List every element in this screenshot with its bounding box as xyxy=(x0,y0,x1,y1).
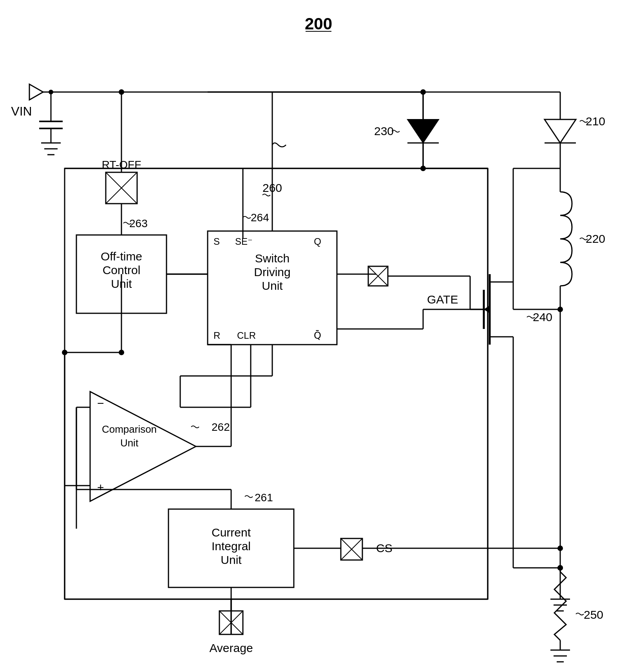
pin-qbar-label: Q̄ xyxy=(314,330,321,341)
pin-se-label: SE⁻ xyxy=(235,236,253,247)
pin-q-label: Q xyxy=(314,236,321,247)
minus-label: − xyxy=(97,397,104,410)
svg-marker-19 xyxy=(545,119,576,143)
current-integral-label2: Integral xyxy=(212,540,251,553)
ref-264-label: 264 xyxy=(251,211,269,224)
plus-label: + xyxy=(97,481,104,494)
circuit-diagram: 200 VIN 230 210 220 xyxy=(0,0,637,672)
comparison-unit-label2: Unit xyxy=(120,437,139,449)
off-time-label1: Off-time xyxy=(101,250,142,263)
ref-263-label: 263 xyxy=(129,217,148,229)
pin-clr-label: CLR xyxy=(237,330,256,341)
current-integral-label3: Unit xyxy=(221,553,242,566)
ref-230-label: 230 xyxy=(374,125,394,137)
ref-240-label: 240 xyxy=(533,311,552,323)
pin-r-label: R xyxy=(214,330,220,341)
switch-driving-label1: Switch xyxy=(255,252,290,265)
pin-s-label: S xyxy=(214,236,220,247)
svg-point-54 xyxy=(119,89,124,95)
ref-220-label: 220 xyxy=(586,232,605,245)
current-integral-label1: Current xyxy=(212,526,251,539)
svg-rect-49 xyxy=(65,168,488,599)
switch-driving-label3: Unit xyxy=(262,279,283,292)
ref-250-label: 250 xyxy=(584,608,603,621)
switch-driving-label2: Driving xyxy=(254,266,290,278)
comparison-unit-label1: Comparison xyxy=(102,423,157,435)
vin-label: VIN xyxy=(11,104,32,118)
gate-label: GATE xyxy=(427,293,458,306)
svg-marker-4 xyxy=(29,84,43,100)
diagram-title: 200 xyxy=(305,14,332,33)
ref-210-label: 210 xyxy=(586,115,605,128)
ref-261-label: 261 xyxy=(255,491,273,504)
svg-marker-73 xyxy=(90,392,196,501)
ref-262-label: 262 xyxy=(212,421,230,433)
average-label: Average xyxy=(209,641,253,654)
svg-point-92 xyxy=(557,546,563,551)
